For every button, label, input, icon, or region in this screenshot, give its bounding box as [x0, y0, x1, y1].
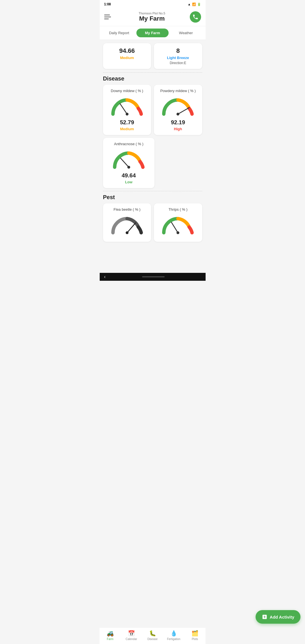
header-center: Thomson Plot No.5 My Farm: [139, 12, 165, 22]
home-indicator: [142, 276, 165, 277]
disease-section-title: Disease: [103, 75, 202, 82]
thrips-gauge: [157, 214, 199, 236]
anthracnose-gauge: [106, 149, 151, 170]
svg-line-6: [127, 223, 136, 233]
wind-status: Light Breeze: [157, 56, 199, 60]
back-arrow-icon[interactable]: ‹: [104, 274, 106, 279]
anthracnose-status: Low: [106, 180, 151, 184]
powdery-mildew-gauge-svg: [160, 96, 196, 117]
svg-point-9: [177, 231, 179, 234]
status-icons: ▲ 📶 🔋: [188, 3, 201, 6]
thrips-title: Thrips ( % ): [157, 207, 199, 212]
wind-value: 8: [157, 47, 199, 55]
powdery-mildew-title: Powdery mildew ( % ): [157, 89, 199, 93]
svg-line-8: [171, 222, 178, 233]
header-title: My Farm: [139, 15, 165, 22]
downy-mildew-gauge: [106, 96, 148, 117]
status-bar: 1:08 ▲ 📶 🔋: [100, 0, 206, 8]
downy-mildew-value: 52.79: [106, 119, 148, 126]
divider-2: [103, 191, 202, 191]
svg-line-4: [121, 158, 129, 167]
header-subtitle: Thomson Plot No.5: [139, 12, 165, 15]
svg-point-5: [127, 166, 130, 169]
tab-daily-report[interactable]: Daily Report: [103, 29, 135, 37]
humidity-status: Medium: [106, 56, 148, 60]
back-bar: ‹: [100, 273, 206, 281]
thrips-card: Thrips ( % ): [154, 203, 202, 242]
menu-line-3: [104, 19, 109, 19]
downy-mildew-card: Downy mildew ( % ) 52.79 Medium: [103, 85, 151, 135]
menu-line-2: [104, 17, 111, 17]
powdery-mildew-status: High: [157, 127, 199, 131]
powdery-mildew-card: Powdery mildew ( % ) 92.19 High: [154, 85, 202, 135]
flea-beetle-gauge: [106, 214, 148, 236]
anthracnose-grid: Anthracnose ( % ) 49.64 Low: [103, 138, 202, 188]
phone-button[interactable]: [190, 11, 201, 23]
svg-line-0: [120, 104, 127, 114]
svg-point-7: [126, 231, 128, 234]
svg-point-3: [177, 113, 179, 116]
phone-icon: [192, 14, 199, 20]
pest-section: Pest Flea beetle ( % ) Thrips ( % ): [103, 194, 202, 242]
divider-1: [103, 72, 202, 73]
svg-line-2: [178, 108, 189, 114]
main-content: 94.66 Medium 8 Light Breeze Direction:E …: [100, 43, 206, 273]
anthracnose-title: Anthracnose ( % ): [106, 142, 151, 146]
powdery-mildew-gauge: [157, 96, 199, 117]
header: Thomson Plot No.5 My Farm: [100, 8, 206, 26]
tab-my-farm[interactable]: My Farm: [136, 29, 169, 37]
downy-mildew-status: Medium: [106, 127, 148, 131]
menu-button[interactable]: [104, 12, 114, 22]
anthracnose-gauge-svg: [110, 149, 147, 170]
thrips-gauge-svg: [160, 214, 196, 236]
downy-mildew-title: Downy mildew ( % ): [106, 89, 148, 93]
pest-section-title: Pest: [103, 194, 202, 201]
empty-spacer: [157, 138, 202, 188]
wind-card: 8 Light Breeze Direction:E: [154, 43, 202, 69]
svg-point-1: [126, 113, 128, 116]
tab-weather[interactable]: Weather: [170, 29, 202, 37]
humidity-value: 94.66: [106, 47, 148, 55]
anthracnose-value: 49.64: [106, 172, 151, 179]
pest-grid: Flea beetle ( % ) Thrips ( % ): [103, 203, 202, 242]
signal-icon: 📶: [192, 3, 196, 6]
battery-icon: 🔋: [197, 3, 201, 6]
anthracnose-card: Anthracnose ( % ) 49.64 Low: [103, 138, 155, 188]
powdery-mildew-value: 92.19: [157, 119, 199, 126]
top-cards: 94.66 Medium 8 Light Breeze Direction:E: [103, 43, 202, 69]
wifi-icon: ▲: [188, 3, 191, 6]
humidity-card: 94.66 Medium: [103, 43, 151, 69]
disease-grid: Downy mildew ( % ) 52.79 Medium Powdery …: [103, 85, 202, 135]
status-time: 1:08: [104, 2, 111, 6]
tabs-container: Daily Report My Farm Weather: [100, 26, 206, 40]
menu-line-1: [104, 15, 110, 15]
flea-beetle-gauge-svg: [109, 214, 145, 236]
flea-beetle-title: Flea beetle ( % ): [106, 207, 148, 212]
flea-beetle-card: Flea beetle ( % ): [103, 203, 151, 242]
wind-direction: Direction:E: [157, 61, 199, 65]
downy-mildew-gauge-svg: [109, 96, 145, 117]
